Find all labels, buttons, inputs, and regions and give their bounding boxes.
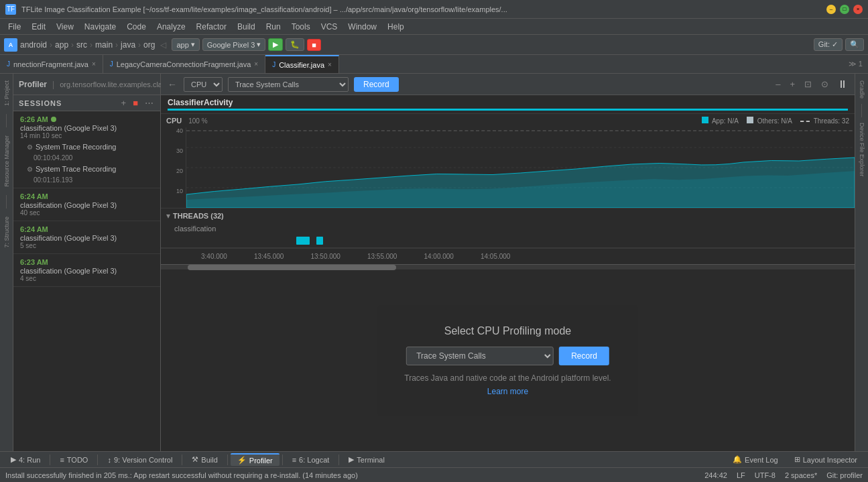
todo-tab[interactable]: ≡ TODO <box>53 455 95 465</box>
session-record-0-1[interactable]: ⚙ System Trace Recording <box>20 162 153 176</box>
live-button[interactable]: ⊙ <box>819 78 830 91</box>
app-selector-button[interactable]: app ▾ <box>172 38 199 51</box>
run-button[interactable]: ▶ <box>268 38 283 51</box>
tab-more-icon[interactable]: ≫ 1 <box>849 60 863 68</box>
profiler-tab[interactable]: ⚡ Profiler <box>231 453 280 466</box>
encoding[interactable]: UTF-8 <box>755 471 776 479</box>
breadcrumb-src[interactable]: src <box>76 40 87 50</box>
sessions-panel: Profiler | org.tensorflow.lite.examples.… <box>13 74 161 451</box>
tab-classifier[interactable]: J Classifier.java × <box>265 55 339 73</box>
tab-legacy-camera[interactable]: J LegacyCameraConnectionFragment.java × <box>103 55 265 73</box>
thread-bar-1 <box>296 237 310 245</box>
zoom-out-button[interactable]: – <box>773 78 782 91</box>
event-log-label: Event Log <box>745 456 778 464</box>
breadcrumb-android[interactable]: android <box>20 40 47 50</box>
run-tab[interactable]: ▶ 4: Run <box>4 454 47 465</box>
session-name-3: classification (Google Pixel 3) <box>20 267 153 275</box>
threads-header[interactable]: ▾ THREADS (32) <box>161 208 855 223</box>
terminal-tab-label: Terminal <box>357 456 385 464</box>
threads-section: ▾ THREADS (32) classification <box>161 208 855 248</box>
logcat-tab[interactable]: ≡ 6: Logcat <box>286 455 336 465</box>
menu-build[interactable]: Build <box>232 21 261 33</box>
device-selector-button[interactable]: Google Pixel 3 ▾ <box>202 38 266 51</box>
layout-inspector-tab[interactable]: ⊞ Layout Inspector <box>788 454 864 465</box>
menu-help[interactable]: Help <box>382 21 410 33</box>
maximize-button[interactable]: □ <box>840 5 849 14</box>
overlay-description: Traces Java and native code at the Andro… <box>404 373 611 383</box>
menu-run[interactable]: Run <box>261 21 286 33</box>
breadcrumb-app[interactable]: app <box>55 40 68 50</box>
search-button[interactable]: 🔍 <box>845 38 864 51</box>
debug-button[interactable]: 🐛 <box>286 38 304 51</box>
scroll-indicator[interactable] <box>161 264 855 269</box>
tab-close-icon[interactable]: × <box>92 60 96 68</box>
minimize-button[interactable]: – <box>826 5 836 14</box>
profiling-mode-selector[interactable]: Trace System Calls Sample Java Methods I… <box>228 77 349 92</box>
run-tab-label: 4: Run <box>19 456 40 464</box>
session-name-2: classification (Google Pixel 3) <box>20 234 153 242</box>
line-ending[interactable]: LF <box>737 471 745 479</box>
menu-analyze[interactable]: Analyze <box>151 21 191 33</box>
session-item-2[interactable]: 6:24 AM classification (Google Pixel 3) … <box>13 221 160 254</box>
session-duration-2: 5 sec <box>20 242 153 249</box>
add-session-button[interactable]: + <box>120 98 128 108</box>
session-record-0-0[interactable]: ⚙ System Trace Recording <box>20 139 153 154</box>
indent-setting[interactable]: 2 spaces* <box>785 471 817 479</box>
session-time-2: 6:24 AM <box>20 225 153 233</box>
menu-vcs[interactable]: VCS <box>316 21 343 33</box>
menu-view[interactable]: View <box>51 21 79 33</box>
cpu-chart-canvas[interactable] <box>186 127 855 208</box>
project-tab[interactable]: 1: Project <box>3 78 10 109</box>
pause-button[interactable]: ⏸ <box>836 77 849 92</box>
cpu-selector[interactable]: CPU <box>184 77 223 92</box>
menu-navigate[interactable]: Navigate <box>79 21 121 33</box>
menu-window[interactable]: Window <box>343 21 382 33</box>
menu-file[interactable]: File <box>3 21 26 33</box>
breadcrumb-main[interactable]: main <box>95 40 113 50</box>
legend-app: App: N/A <box>702 117 739 125</box>
breadcrumb-java[interactable]: java <box>121 40 135 50</box>
sessions-title: SESSIONS <box>19 99 116 107</box>
tab-close-icon2[interactable]: × <box>254 60 258 68</box>
build-tab[interactable]: ⚒ Build <box>185 454 224 465</box>
breadcrumb-org[interactable]: org <box>143 40 155 50</box>
close-button[interactable]: × <box>853 5 863 14</box>
right-strip: Gradle Device File Explorer <box>855 74 868 451</box>
git-button[interactable]: Git: ✓ <box>814 38 843 51</box>
overlay-record-button[interactable]: Record <box>559 347 609 365</box>
device-file-explorer-tab[interactable]: Device File Explorer <box>859 120 865 180</box>
menu-refactor[interactable]: Refactor <box>191 21 232 33</box>
terminal-tab[interactable]: ▶ Terminal <box>342 454 391 465</box>
gradle-tab[interactable]: Gradle <box>859 78 865 101</box>
zoom-in-button[interactable]: + <box>788 78 797 91</box>
overlay-profiling-select[interactable]: Trace System Calls Sample Java Methods I… <box>406 347 554 365</box>
resource-manager-tab[interactable]: Resource Manager <box>3 133 10 190</box>
nav-bar: A android › app › src › main › java › or… <box>0 35 868 55</box>
stop-button[interactable]: ■ <box>307 39 321 51</box>
event-log-tab[interactable]: 🔔 Event Log <box>726 454 785 465</box>
git-branch[interactable]: Git: profiler <box>826 471 863 479</box>
learn-more-link[interactable]: Learn more <box>487 387 528 396</box>
fit-button[interactable]: ⊡ <box>802 78 814 91</box>
cpu-chart-body[interactable]: 40 30 20 10 <box>161 127 855 208</box>
menu-bar: File Edit View Navigate Code Analyze Ref… <box>0 19 868 35</box>
menu-edit[interactable]: Edit <box>26 21 51 33</box>
tab-close-icon3[interactable]: × <box>328 61 332 68</box>
android-icon: A <box>4 38 17 52</box>
structure-tab[interactable]: 7: Structure <box>3 214 10 251</box>
tab-nnection-fragment[interactable]: J nnectionFragment.java × <box>0 55 103 73</box>
menu-tools[interactable]: Tools <box>286 21 316 33</box>
session-item-0[interactable]: 6:26 AM classification (Google Pixel 3) … <box>13 111 160 188</box>
session-item-3[interactable]: 6:23 AM classification (Google Pixel 3) … <box>13 254 160 287</box>
version-control-tab[interactable]: ↕ 9: Version Control <box>101 455 179 465</box>
cursor-position[interactable]: 244:42 <box>704 471 727 479</box>
session-item-1[interactable]: 6:24 AM classification (Google Pixel 3) … <box>13 188 160 221</box>
record-button[interactable]: Record <box>354 77 399 92</box>
overlay-container: Select CPU Profiling mode Trace System C… <box>161 269 855 451</box>
more-sessions-button[interactable]: ⋯ <box>143 98 155 108</box>
stop-session-button[interactable]: ■ <box>131 98 139 108</box>
back-button[interactable]: ← <box>166 78 178 91</box>
cpu-percent-label: 100 % <box>188 117 207 125</box>
menu-code[interactable]: Code <box>121 21 151 33</box>
cpu-chart-svg <box>186 127 855 208</box>
